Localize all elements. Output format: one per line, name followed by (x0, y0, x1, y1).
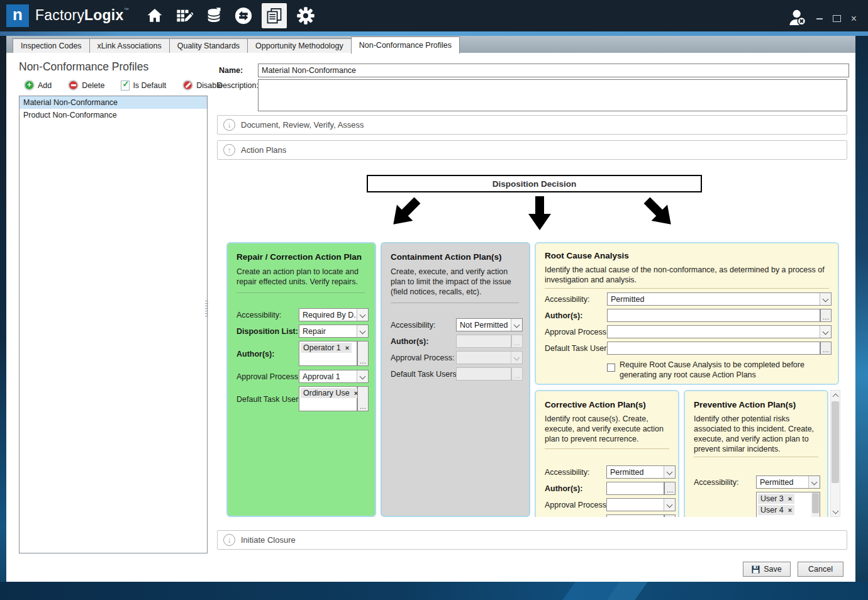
delete-button[interactable]: Delete (68, 80, 104, 91)
brand-logix: Logix (84, 7, 123, 23)
authors-tagbox[interactable]: Operator 1 (299, 341, 357, 366)
authors-browse-button[interactable] (664, 482, 676, 495)
is-default-button[interactable]: Is Default (121, 81, 166, 91)
tab-non-conformance-profiles[interactable]: Non-Conformance Profiles (351, 36, 460, 54)
arrow-down-right-icon (640, 194, 679, 233)
delete-icon (68, 80, 79, 91)
save-button[interactable]: Save (743, 562, 791, 577)
maximize-button[interactable] (833, 15, 841, 22)
authors-label: Author(s): (236, 350, 274, 358)
users-tagbox[interactable]: User 3 User 4 (756, 492, 820, 517)
list-item-product-non-conformance[interactable]: Product Non-Conformance (19, 109, 207, 121)
authors-input[interactable] (607, 309, 820, 322)
authors-input[interactable] (606, 482, 664, 495)
minimize-button[interactable] (816, 18, 823, 19)
divider (545, 448, 669, 449)
scrollbar-thumb[interactable] (832, 401, 839, 483)
select-value: Permitted (757, 478, 808, 487)
panel-title: Preventive Action Plan(s) (694, 400, 796, 409)
disable-icon (182, 80, 193, 91)
list-item-material-non-conformance[interactable]: Material Non-Conformance (19, 96, 207, 109)
approval-process-label: Approval Process: (545, 328, 608, 336)
close-button[interactable]: × (851, 16, 857, 22)
remove-icon[interactable] (345, 344, 349, 352)
approval-process-select[interactable] (607, 325, 832, 338)
is-default-label: Is Default (133, 81, 166, 90)
scroll-down-icon[interactable] (831, 507, 840, 516)
approval-process-select[interactable] (606, 498, 676, 511)
section-action-plans[interactable]: ↑ Action Plans (217, 140, 847, 160)
tab-xlink-associations[interactable]: xLink Associations (89, 38, 170, 53)
panel-splitter-handle[interactable] (205, 301, 208, 317)
root-cause-analysis-panel: Root Cause Analysis Identify the actual … (535, 242, 839, 385)
logo-letter: n (13, 6, 23, 23)
save-label: Save (764, 565, 782, 574)
accent-strip (0, 31, 868, 36)
profiles-toolbar: Add Delete Is Default Disable (24, 80, 223, 91)
containment-panel: Containment Action Plan(s) Create, execu… (381, 242, 530, 517)
name-input[interactable] (258, 64, 849, 77)
chevron-down-icon (511, 352, 522, 364)
cancel-button[interactable]: Cancel (798, 562, 843, 577)
settings-gear-icon[interactable] (293, 3, 318, 28)
default-task-users-input[interactable] (606, 514, 664, 517)
scroll-up-icon[interactable] (831, 391, 840, 400)
chevron-down-icon (357, 370, 368, 382)
tab-opportunity-methodology[interactable]: Opportunity Methodology (247, 38, 352, 53)
user-logout-icon[interactable] (787, 8, 808, 30)
cancel-label: Cancel (808, 565, 833, 574)
user-tag: User 3 (758, 494, 794, 504)
section-document-review[interactable]: ↓ Document, Review, Verify, Assess (217, 115, 847, 135)
remove-icon[interactable] (788, 506, 792, 514)
brand-trademark: ™ (123, 7, 128, 13)
default-task-users-browse-button[interactable] (357, 386, 369, 411)
chevron-down-icon (357, 309, 368, 321)
disposition-decision-label: Disposition Decision (492, 179, 577, 189)
accessibility-select[interactable]: Permitted (756, 475, 820, 489)
panels-scrollbar[interactable] (830, 390, 840, 517)
default-task-users-label: Default Task Users: (545, 344, 613, 353)
accessibility-select[interactable]: Permitted (607, 292, 832, 306)
approval-process-select-disabled (456, 351, 523, 364)
authors-label: Author(s): (545, 484, 582, 493)
add-icon (24, 80, 35, 91)
home-icon[interactable] (142, 3, 167, 28)
panel-description: Identify root cause(s). Create, execute,… (545, 414, 670, 444)
authors-browse-button[interactable] (357, 341, 369, 366)
accessibility-label: Accessibility: (236, 311, 282, 319)
description-input[interactable] (258, 79, 847, 111)
authors-browse-button[interactable] (820, 309, 832, 322)
disposition-list-select[interactable]: Repair (299, 325, 369, 338)
transfer-icon[interactable] (231, 3, 256, 28)
remove-icon[interactable] (788, 495, 792, 503)
user-tag: Ordinary Use (301, 388, 360, 398)
section-label: Initiate Closure (241, 535, 296, 545)
accessibility-select[interactable]: Permitted (606, 465, 676, 479)
brand-factory: Factory (35, 7, 84, 23)
data-editor-icon[interactable] (172, 3, 197, 28)
name-label: Name: (219, 66, 243, 75)
default-task-users-browse-button[interactable] (820, 342, 832, 355)
default-task-users-tagbox[interactable]: Ordinary Use (299, 386, 357, 411)
is-default-icon (121, 81, 130, 91)
approval-process-select[interactable]: Approval 1 (299, 370, 369, 383)
tab-quality-standards[interactable]: Quality Standards (169, 38, 248, 53)
default-task-users-input[interactable] (607, 342, 820, 355)
profiles-list: Material Non-Conformance Product Non-Con… (19, 96, 208, 553)
section-initiate-closure[interactable]: ↓ Initiate Closure (217, 530, 847, 550)
tagbox-scrollbar[interactable] (811, 492, 820, 517)
add-button[interactable]: Add (24, 80, 52, 91)
accessibility-select[interactable]: Not Permitted (456, 318, 523, 331)
authors-label: Author(s): (391, 337, 428, 346)
panel-description: Create, execute, and verify action plan … (391, 267, 520, 297)
accessibility-select[interactable]: Required By D... (299, 308, 369, 321)
materials-icon[interactable] (201, 3, 226, 28)
select-value: Permitted (608, 295, 820, 304)
section-label: Action Plans (241, 145, 286, 155)
tab-inspection-codes[interactable]: Inspection Codes (13, 38, 90, 53)
title-bar: n FactoryLogix™ (0, 0, 868, 31)
require-rca-checkbox[interactable] (607, 364, 615, 372)
document-templates-icon[interactable] (262, 3, 287, 28)
default-task-users-browse-button[interactable] (664, 514, 676, 517)
approval-process-label: Approval Process: (545, 501, 608, 509)
